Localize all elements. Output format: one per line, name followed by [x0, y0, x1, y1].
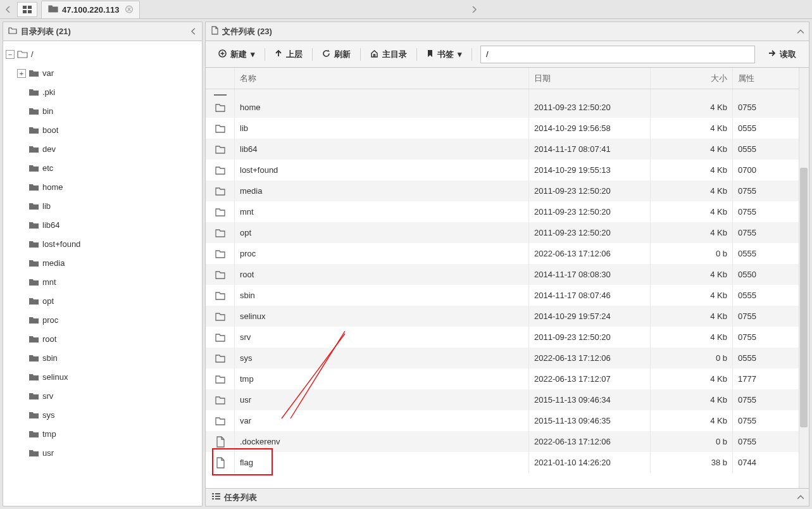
folder-icon: [28, 164, 40, 173]
cell-name: lost+found: [235, 160, 529, 180]
expander-spacer: [17, 126, 26, 135]
cell-name: opt: [235, 222, 529, 243]
tree-item-label: var: [42, 64, 54, 83]
col-name[interactable]: 名称: [235, 68, 529, 89]
cell-attr: 0755: [733, 410, 809, 431]
folder-icon: [28, 335, 40, 344]
scrollbar[interactable]: [799, 68, 809, 488]
up-button[interactable]: 上层: [268, 46, 309, 63]
tree-item[interactable]: tmp: [17, 425, 199, 444]
table-row[interactable]: flag2021-01-10 14:26:2038 b0744: [206, 452, 809, 473]
tree-item[interactable]: .pki: [17, 83, 199, 102]
tree-item-root[interactable]: −/: [6, 45, 199, 64]
tree-item-label: lost+found: [42, 235, 80, 254]
tree-item-label: lib64: [42, 216, 59, 235]
plus-icon: [218, 49, 227, 60]
tree-item[interactable]: proc: [17, 311, 199, 330]
cell-date: 2014-10-29 19:56:58: [529, 118, 651, 139]
tab-nav-left-icon[interactable]: [1, 3, 15, 16]
table-row[interactable]: lib642014-11-17 08:07:414 Kb0555: [206, 139, 809, 160]
refresh-button[interactable]: 刷新: [316, 46, 357, 63]
table-row[interactable]: [206, 89, 809, 97]
tree-item[interactable]: dev: [17, 140, 199, 159]
collapse-up-icon[interactable]: [797, 27, 804, 36]
tree-item-label: media: [42, 254, 65, 273]
tree-item[interactable]: mnt: [17, 273, 199, 292]
table-row[interactable]: selinux2014-10-29 19:57:244 Kb0755: [206, 306, 809, 327]
directory-tree[interactable]: −/+var.pkibinbootdevetchomeliblib64lost+…: [3, 41, 202, 506]
tree-item[interactable]: usr: [17, 444, 199, 463]
tree-item[interactable]: lib64: [17, 216, 199, 235]
tab-title: 47.100.220.113: [62, 5, 119, 15]
path-input[interactable]: [480, 46, 755, 63]
table-row[interactable]: sbin2014-11-17 08:07:464 Kb0555: [206, 285, 809, 306]
tree-item[interactable]: srv: [17, 387, 199, 406]
tree-item[interactable]: lib: [17, 197, 199, 216]
close-icon[interactable]: ⓧ: [125, 4, 133, 15]
table-row[interactable]: srv2011-09-23 12:50:204 Kb0755: [206, 327, 809, 348]
table-row[interactable]: mnt2011-09-23 12:50:204 Kb0755: [206, 201, 809, 222]
tree-item[interactable]: sys: [17, 406, 199, 425]
tab-nav-right-icon[interactable]: [140, 3, 808, 16]
tree-item[interactable]: bin: [17, 102, 199, 121]
tree-item[interactable]: etc: [17, 159, 199, 178]
new-button[interactable]: 新建 ▾: [212, 46, 261, 63]
expander-spacer: [17, 316, 26, 325]
cell-date: 2014-11-17 08:07:41: [529, 139, 651, 160]
separator: [360, 48, 361, 61]
table-row[interactable]: media2011-09-23 12:50:204 Kb0755: [206, 180, 809, 201]
expander-icon[interactable]: −: [6, 50, 15, 59]
tree-item[interactable]: selinux: [17, 368, 199, 387]
cell-attr: 0755: [733, 306, 809, 327]
cell-date: 2015-11-13 09:46:35: [529, 410, 651, 431]
col-size[interactable]: 大小: [651, 68, 733, 89]
table-row[interactable]: home2011-09-23 12:50:204 Kb0755: [206, 97, 809, 118]
read-button[interactable]: 读取: [762, 46, 803, 63]
folder-icon: [206, 327, 235, 348]
bookmark-button[interactable]: 书签 ▾: [420, 46, 468, 63]
cell-name: proc: [235, 243, 529, 264]
tree-item[interactable]: media: [17, 254, 199, 273]
cell-date: 2015-11-13 09:46:34: [529, 389, 651, 410]
expander-spacer: [17, 373, 26, 382]
col-attr[interactable]: 属性: [733, 68, 809, 89]
col-icon[interactable]: [206, 68, 235, 89]
collapse-left-icon[interactable]: [191, 27, 197, 36]
tree-item-label: selinux: [42, 368, 68, 387]
task-panel-header[interactable]: 任务列表: [206, 488, 809, 506]
table-row[interactable]: lib2014-10-29 19:56:584 Kb0555: [206, 118, 809, 139]
tree-item[interactable]: boot: [17, 121, 199, 140]
cell-attr: 0755: [733, 180, 809, 201]
table-row[interactable]: var2015-11-13 09:46:354 Kb0755: [206, 410, 809, 431]
directory-panel: 目录列表 (21) −/+var.pkibinbootdevetchomelib…: [3, 22, 203, 506]
file-table[interactable]: 名称 日期 大小 属性 home2011-09-23 12:50:204 Kb0…: [206, 68, 809, 488]
tree-item[interactable]: root: [17, 330, 199, 349]
collapse-up-icon[interactable]: [797, 493, 804, 502]
home-button[interactable]: 主目录: [364, 46, 413, 63]
tree-item[interactable]: +var: [17, 64, 199, 83]
expander-icon[interactable]: +: [17, 69, 26, 78]
cell-name: srv: [235, 327, 529, 348]
table-row[interactable]: lost+found2014-10-29 19:55:134 Kb0700: [206, 160, 809, 180]
tab-active[interactable]: 47.100.220.113 ⓧ: [41, 1, 140, 18]
tree-item[interactable]: sbin: [17, 349, 199, 368]
table-row[interactable]: proc2022-06-13 17:12:060 b0555: [206, 243, 809, 264]
table-row[interactable]: tmp2022-06-13 17:12:074 Kb1777: [206, 368, 809, 389]
tab-grid-icon[interactable]: [17, 2, 37, 17]
expander-spacer: [17, 354, 26, 363]
table-row[interactable]: opt2011-09-23 12:50:204 Kb0755: [206, 222, 809, 243]
cell-attr: 0550: [733, 264, 809, 285]
table-row[interactable]: .dockerenv2022-06-13 17:12:060 b0755: [206, 431, 809, 452]
cell-attr: 0744: [733, 452, 809, 473]
tree-item[interactable]: home: [17, 178, 199, 197]
col-date[interactable]: 日期: [529, 68, 651, 89]
separator: [312, 48, 313, 61]
table-row[interactable]: sys2022-06-13 17:12:060 b0555: [206, 348, 809, 368]
table-row[interactable]: usr2015-11-13 09:46:344 Kb0755: [206, 389, 809, 410]
table-row[interactable]: root2014-11-17 08:08:304 Kb0550: [206, 264, 809, 285]
tree-item-label: srv: [42, 387, 53, 406]
tree-item[interactable]: opt: [17, 292, 199, 311]
expander-spacer: [17, 183, 26, 192]
scrollbar-thumb[interactable]: [800, 168, 808, 427]
tree-item[interactable]: lost+found: [17, 235, 199, 254]
